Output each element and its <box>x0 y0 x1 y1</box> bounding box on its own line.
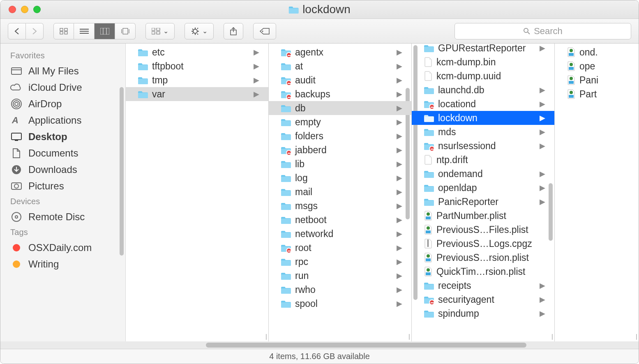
row-db[interactable]: db▶ <box>269 101 411 115</box>
no-access-badge-icon <box>286 52 292 58</box>
row-root[interactable]: root▶ <box>269 241 411 255</box>
desktop-icon <box>10 132 23 142</box>
sidebar-item-writing[interactable]: Writing <box>0 256 125 272</box>
row-gpurestartreporter[interactable]: GPURestartReporter▶ <box>412 44 554 55</box>
folder-icon <box>281 104 291 112</box>
arrange-dropdown[interactable]: ⌄ <box>145 23 175 39</box>
column-3[interactable]: ond.opePaniPart|| <box>555 44 639 341</box>
horizontal-scrollbar[interactable] <box>0 341 639 349</box>
zoom-window-button[interactable] <box>33 6 41 13</box>
row-var[interactable]: var▶ <box>126 87 268 101</box>
row-spool[interactable]: spool▶ <box>269 297 411 311</box>
view-icon-button[interactable] <box>53 23 74 39</box>
row-ondemand[interactable]: ondemand▶ <box>412 167 554 181</box>
sidebar-scrollbar[interactable] <box>120 87 124 256</box>
row-audit[interactable]: audit▶ <box>269 73 411 87</box>
row-label: jabberd <box>295 145 327 156</box>
share-button[interactable] <box>224 23 243 39</box>
row-ond-[interactable]: ond. <box>555 45 639 59</box>
tags-button[interactable] <box>253 23 276 39</box>
search-placeholder: Search <box>534 26 563 37</box>
sidebar-item-documents[interactable]: Documents <box>0 145 125 161</box>
titlebar[interactable]: lockdown <box>0 0 639 19</box>
archive-icon <box>424 239 432 249</box>
row-label: netboot <box>295 214 327 226</box>
sidebar-item-airdrop[interactable]: AirDrop <box>0 96 125 112</box>
row-tmp[interactable]: tmp▶ <box>126 73 268 87</box>
view-column-button[interactable] <box>95 23 115 39</box>
row-run[interactable]: run▶ <box>269 269 411 283</box>
row-receipts[interactable]: receipts▶ <box>412 279 554 293</box>
row-mail[interactable]: mail▶ <box>269 185 411 199</box>
chevron-right-icon: ▶ <box>397 187 402 196</box>
row-agentx[interactable]: agentx▶ <box>269 45 411 59</box>
column-resize-handle[interactable]: || <box>636 333 636 340</box>
row-label: lib <box>295 159 305 170</box>
row-kcm-dump-uuid[interactable]: kcm-dump.uuid <box>412 69 554 83</box>
view-list-button[interactable] <box>74 23 95 39</box>
row-partnumber-plist[interactable]: PartNumber.plist <box>412 209 554 223</box>
action-dropdown[interactable]: ⌄ <box>185 23 214 39</box>
row-jabberd[interactable]: jabberd▶ <box>269 143 411 157</box>
chevron-right-icon: ▶ <box>397 76 402 85</box>
row-kcm-dump-bin[interactable]: kcm-dump.bin <box>412 55 554 69</box>
row-rwho[interactable]: rwho▶ <box>269 283 411 297</box>
back-button[interactable] <box>8 23 26 39</box>
row-pani[interactable]: Pani <box>555 73 639 87</box>
close-window-button[interactable] <box>9 6 16 13</box>
column-resize-handle[interactable]: || <box>265 333 266 340</box>
column-1[interactable]: agentx▶at▶audit▶backups▶db▶empty▶folders… <box>269 44 412 341</box>
folder-icon <box>281 160 291 168</box>
row-rpc[interactable]: rpc▶ <box>269 255 411 269</box>
row-networkd[interactable]: networkd▶ <box>269 227 411 241</box>
sidebar-item-icloud-drive[interactable]: iCloud Drive <box>0 79 125 96</box>
view-coverflow-button[interactable] <box>115 23 136 39</box>
row-securityagent[interactable]: securityagent▶ <box>412 293 554 306</box>
row-msgs[interactable]: msgs▶ <box>269 199 411 213</box>
row-ope[interactable]: ope <box>555 59 639 73</box>
row-lib[interactable]: lib▶ <box>269 157 411 171</box>
row-ntp-drift[interactable]: ntp.drift <box>412 153 554 167</box>
row-quicktim-rsion-plist[interactable]: QuickTim…rsion.plist <box>412 265 554 279</box>
row-previouss-logs-cpgz[interactable]: PreviousS…Logs.cpgz <box>412 237 554 251</box>
sidebar-item-downloads[interactable]: Downloads <box>0 161 125 178</box>
row-lockdown[interactable]: lockdown▶ <box>412 111 554 125</box>
row-previouss-rsion-plist[interactable]: PreviousS…rsion.plist <box>412 251 554 265</box>
row-openldap[interactable]: openldap▶ <box>412 181 554 195</box>
row-part[interactable]: Part <box>555 87 639 101</box>
row-backups[interactable]: backups▶ <box>269 87 411 101</box>
sidebar-item-applications[interactable]: AApplications <box>0 112 125 129</box>
minimize-window-button[interactable] <box>21 6 28 13</box>
sidebar-item-label: All My Files <box>28 65 79 77</box>
column-2[interactable]: GPURestartReporter▶kcm-dump.binkcm-dump.… <box>412 44 555 341</box>
row-locationd[interactable]: locationd▶ <box>412 97 554 111</box>
row-launchd-db[interactable]: launchd.db▶ <box>412 83 554 97</box>
row-previouss-files-plist[interactable]: PreviousS…Files.plist <box>412 223 554 237</box>
plist-icon <box>567 61 575 71</box>
sidebar-item-remote-disc[interactable]: Remote Disc <box>0 209 125 225</box>
row-spindump[interactable]: spindump▶ <box>412 306 554 320</box>
sidebar-item-desktop[interactable]: Desktop <box>0 129 125 145</box>
sidebar-item-all-my-files[interactable]: All My Files <box>0 63 125 79</box>
scrollbar-thumb[interactable] <box>206 343 526 348</box>
column-resize-handle[interactable]: || <box>551 333 552 340</box>
row-empty[interactable]: empty▶ <box>269 115 411 129</box>
row-folders[interactable]: folders▶ <box>269 129 411 143</box>
row-netboot[interactable]: netboot▶ <box>269 213 411 227</box>
row-nsurlsessiond[interactable]: nsurlsessiond▶ <box>412 139 554 153</box>
sidebar-item-osxdaily-com[interactable]: OSXDaily.com <box>0 240 125 256</box>
column-0[interactable]: etc▶tftpboot▶tmp▶var▶|| <box>126 44 269 341</box>
row-etc[interactable]: etc▶ <box>126 45 268 59</box>
sidebar-item-pictures[interactable]: Pictures <box>0 178 125 194</box>
row-panicreporter[interactable]: PanicReporter▶ <box>412 195 554 209</box>
svg-rect-12 <box>157 32 160 34</box>
row-tftpboot[interactable]: tftpboot▶ <box>126 59 268 73</box>
row-mds[interactable]: mds▶ <box>412 125 554 139</box>
row-log[interactable]: log▶ <box>269 171 411 185</box>
column-resize-handle[interactable]: || <box>408 333 409 340</box>
forward-button[interactable] <box>26 23 44 39</box>
row-label: lockdown <box>438 113 478 124</box>
row-at[interactable]: at▶ <box>269 59 411 73</box>
chevron-right-icon: ▶ <box>397 104 402 113</box>
search-field[interactable]: Search <box>454 23 631 39</box>
